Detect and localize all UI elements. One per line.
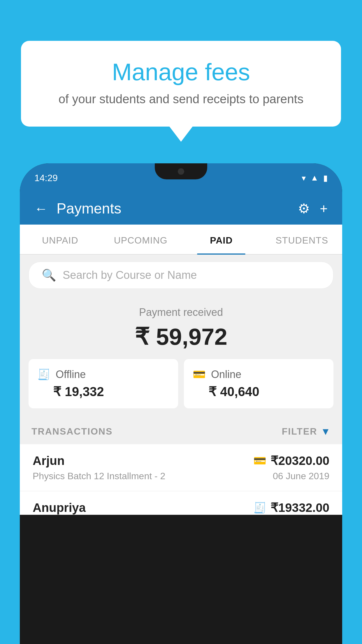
header-icons: ⚙ + (298, 201, 328, 216)
transaction-row[interactable]: Arjun 💳 ₹20320.00 Physics Batch 12 Insta… (20, 444, 342, 491)
status-time: 14:29 (34, 173, 58, 183)
transaction-top-row-2: Anupriya 🧾 ₹19332.00 (33, 501, 329, 515)
online-label: Online (211, 368, 241, 381)
tab-unpaid[interactable]: UNPAID (20, 225, 101, 254)
settings-icon[interactable]: ⚙ (298, 201, 310, 216)
transaction-bottom-row: Physics Batch 12 Installment - 2 06 June… (33, 471, 329, 482)
wifi-icon: ▾ (302, 173, 306, 183)
payment-summary: Payment received ₹ 59,972 🧾 Offline ₹ 19… (20, 296, 342, 419)
offline-card: 🧾 Offline ₹ 19,332 (29, 359, 178, 408)
online-card: 💳 Online ₹ 40,640 (184, 359, 333, 408)
payment-received-label: Payment received (29, 306, 333, 318)
search-bar[interactable]: 🔍 Search by Course or Name (29, 262, 333, 289)
transaction-row-partial[interactable]: Anupriya 🧾 ₹19332.00 (20, 491, 342, 515)
phone-frame: 14:29 ▾ ▲ ▮ ← Payments ⚙ + UNPAID UPCOMI… (20, 163, 342, 644)
offline-icon: 🧾 (37, 368, 50, 381)
status-icons: ▾ ▲ ▮ (302, 173, 328, 183)
tabs-bar: UNPAID UPCOMING PAID STUDENTS (20, 225, 342, 255)
tab-paid[interactable]: PAID (181, 225, 262, 254)
filter-label: FILTER (282, 426, 317, 437)
transaction-desc: Physics Batch 12 Installment - 2 (33, 471, 165, 482)
filter-icon[interactable]: ▼ (321, 426, 331, 437)
search-container: 🔍 Search by Course or Name (20, 255, 342, 296)
search-input[interactable]: Search by Course or Name (63, 269, 197, 281)
add-icon[interactable]: + (320, 201, 328, 216)
status-bar: 14:29 ▾ ▲ ▮ (20, 163, 342, 192)
transaction-date: 06 June 2019 (273, 471, 329, 482)
speech-bubble: Manage fees of your students and send re… (21, 41, 341, 127)
app-header: ← Payments ⚙ + (20, 192, 342, 225)
signal-icon: ▲ (310, 173, 319, 183)
transactions-header: TRANSACTIONS FILTER ▼ (20, 419, 342, 444)
offline-label: Offline (56, 368, 86, 381)
transaction-top-row: Arjun 💳 ₹20320.00 (33, 454, 329, 468)
offline-amount: ₹ 19,332 (37, 384, 169, 399)
transaction-name-2: Anupriya (33, 501, 86, 515)
tab-students[interactable]: STUDENTS (262, 225, 342, 254)
payment-cards: 🧾 Offline ₹ 19,332 💳 Online ₹ 40,640 (29, 359, 333, 408)
offline-card-label-row: 🧾 Offline (37, 368, 169, 381)
payment-total-amount: ₹ 59,972 (29, 323, 333, 350)
transaction-amount-row-2: 🧾 ₹19332.00 (253, 501, 329, 515)
transaction-name: Arjun (33, 454, 65, 468)
filter-container[interactable]: FILTER ▼ (282, 426, 331, 437)
search-icon: 🔍 (42, 268, 56, 282)
online-card-label-row: 💳 Online (193, 368, 325, 381)
transaction-amount-2: ₹19332.00 (270, 501, 329, 515)
tab-upcoming[interactable]: UPCOMING (101, 225, 181, 254)
notch (155, 163, 207, 179)
battery-icon: ▮ (323, 173, 328, 183)
transaction-amount-row: 💳 ₹20320.00 (253, 454, 329, 468)
transactions-label: TRANSACTIONS (31, 426, 113, 437)
transaction-type-icon-2: 🧾 (253, 502, 266, 514)
online-icon: 💳 (193, 368, 206, 381)
bubble-subtitle: of your students and send receipts to pa… (41, 92, 321, 106)
page-title: Payments (57, 200, 289, 217)
online-amount: ₹ 40,640 (193, 384, 325, 399)
bubble-title: Manage fees (41, 58, 321, 86)
transaction-amount: ₹20320.00 (270, 454, 329, 468)
back-button[interactable]: ← (34, 201, 48, 216)
camera (178, 168, 184, 175)
transaction-type-icon: 💳 (253, 455, 266, 467)
